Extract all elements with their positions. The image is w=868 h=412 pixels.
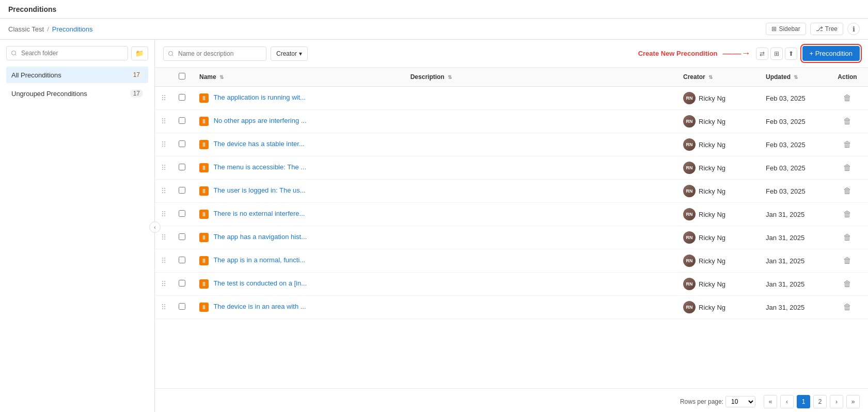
delete-button[interactable]: 🗑 xyxy=(843,186,851,196)
row-checkbox-4[interactable] xyxy=(179,187,185,194)
rows-per-page-select[interactable]: 10 25 50 xyxy=(725,396,755,407)
description-column-header[interactable]: Description ⇅ xyxy=(404,68,677,87)
drag-handle[interactable]: ⠿ xyxy=(155,249,172,273)
sidebar-view-button[interactable]: ⊞ Sidebar xyxy=(766,23,806,35)
creator-sort-icon: ⇅ xyxy=(708,74,713,80)
breadcrumb-parent[interactable]: Classic Test xyxy=(8,25,44,33)
updated-cell: Jan 31, 2025 xyxy=(760,226,827,249)
precondition-type-icon: II xyxy=(199,303,209,312)
action-cell: 🗑 xyxy=(827,156,868,180)
row-checkbox-6[interactable] xyxy=(179,233,185,240)
view-icons-group: ⇄ ⊞ ⬆ xyxy=(756,47,797,60)
precondition-name-link[interactable]: There is no external interfere... xyxy=(213,210,305,217)
updated-cell: Jan 31, 2025 xyxy=(760,273,827,296)
action-cell: 🗑 xyxy=(827,110,868,133)
description-cell xyxy=(404,87,677,110)
drag-handle[interactable]: ⠿ xyxy=(155,273,172,296)
precondition-type-icon: II xyxy=(199,163,209,172)
delete-button[interactable]: 🗑 xyxy=(843,93,851,103)
next-page-button[interactable]: › xyxy=(830,395,843,408)
row-checkbox-5[interactable] xyxy=(179,210,185,217)
action-cell: 🗑 xyxy=(827,296,868,319)
table-row: ⠿ II The application is running wit... R… xyxy=(155,87,868,110)
collapse-sidebar-button[interactable]: ‹ xyxy=(149,221,161,233)
select-all-checkbox[interactable] xyxy=(179,73,185,80)
updated-cell: Jan 31, 2025 xyxy=(760,296,827,319)
delete-button[interactable]: 🗑 xyxy=(843,163,851,172)
delete-button[interactable]: 🗑 xyxy=(843,233,851,242)
sidebar-item-ungrouped[interactable]: Ungrouped Preconditions 17 xyxy=(6,85,148,102)
precondition-name-link[interactable]: The device has a stable inter... xyxy=(213,140,304,148)
page-2-button[interactable]: 2 xyxy=(813,395,827,408)
prev-page-button[interactable]: ‹ xyxy=(780,395,794,408)
precondition-name-link[interactable]: The test is conducted on a [in... xyxy=(213,279,307,287)
delete-button[interactable]: 🗑 xyxy=(843,210,851,219)
delete-button[interactable]: 🗑 xyxy=(843,256,851,265)
row-checkbox-cell xyxy=(172,110,193,133)
description-cell xyxy=(404,156,677,180)
precondition-name-link[interactable]: The app is in a normal, functi... xyxy=(213,256,305,264)
precondition-name-link[interactable]: The app has a navigation hist... xyxy=(213,233,307,241)
precondition-name-link[interactable]: The menu is accessible: The ... xyxy=(213,163,306,171)
folder-icon-button[interactable]: 📁 xyxy=(131,46,148,60)
precondition-name-link[interactable]: No other apps are interfering ... xyxy=(214,117,307,124)
top-bar: Preconditions xyxy=(0,0,868,19)
row-checkbox-0[interactable] xyxy=(179,94,185,101)
export-icon-button[interactable]: ⬆ xyxy=(785,47,797,60)
delete-button[interactable]: 🗑 xyxy=(843,279,851,289)
avatar: RN xyxy=(683,138,696,151)
row-checkbox-8[interactable] xyxy=(179,280,185,287)
name-cell: II The device has a stable inter... xyxy=(193,133,404,156)
first-page-button[interactable]: « xyxy=(764,395,777,408)
delete-button[interactable]: 🗑 xyxy=(843,303,851,312)
creator-cell: RN Ricky Ng xyxy=(677,133,760,156)
creator-name: Ricky Ng xyxy=(699,280,725,288)
avatar: RN xyxy=(683,208,696,220)
precondition-name-link[interactable]: The device is in an area with ... xyxy=(213,303,306,310)
updated-column-header[interactable]: Updated ⇅ xyxy=(760,68,827,87)
breadcrumb-bar: Classic Test / Preconditions ⊞ Sidebar ⎇… xyxy=(0,19,868,40)
action-cell: 🗑 xyxy=(827,180,868,203)
row-checkbox-7[interactable] xyxy=(179,257,185,263)
drag-handle[interactable]: ⠿ xyxy=(155,110,172,133)
creator-column-header[interactable]: Creator ⇅ xyxy=(677,68,760,87)
delete-button[interactable]: 🗑 xyxy=(843,140,851,149)
drag-handle[interactable]: ⠿ xyxy=(155,296,172,319)
drag-handle[interactable]: ⠿ xyxy=(155,156,172,180)
creator-name: Ricky Ng xyxy=(699,164,725,172)
precondition-type-icon: II xyxy=(199,117,209,126)
tree-label: Tree xyxy=(825,25,838,33)
drag-handle[interactable]: ⠿ xyxy=(155,180,172,203)
search-folder-input[interactable] xyxy=(6,46,128,60)
content-area: Creator ▾ Create New Precondition ——→ ⇄ … xyxy=(155,40,868,412)
info-button[interactable]: ℹ xyxy=(847,23,860,35)
drag-handle[interactable]: ⠿ xyxy=(155,133,172,156)
name-sort-icon: ⇅ xyxy=(219,74,224,80)
creator-filter-button[interactable]: Creator ▾ xyxy=(271,46,308,61)
sidebar-item-all-preconditions[interactable]: All Preconditions 17 xyxy=(6,67,148,83)
creator-name: Ricky Ng xyxy=(699,141,725,149)
creator-cell: RN Ricky Ng xyxy=(677,156,760,180)
delete-button[interactable]: 🗑 xyxy=(843,117,851,126)
row-checkbox-cell xyxy=(172,156,193,180)
last-page-button[interactable]: » xyxy=(846,395,860,408)
precondition-name-link[interactable]: The user is logged in: The us... xyxy=(213,186,305,194)
precondition-name-link[interactable]: The application is running wit... xyxy=(213,93,305,101)
grid-icon-button[interactable]: ⊞ xyxy=(770,47,783,60)
sync-icon-button[interactable]: ⇄ xyxy=(756,47,768,60)
page-1-button[interactable]: 1 xyxy=(797,395,810,408)
search-name-input[interactable] xyxy=(163,46,266,61)
row-checkbox-1[interactable] xyxy=(179,117,185,124)
row-checkbox-9[interactable] xyxy=(179,303,185,310)
add-precondition-button[interactable]: + Precondition xyxy=(802,46,860,61)
drag-handle[interactable]: ⠿ xyxy=(155,87,172,110)
row-checkbox-3[interactable] xyxy=(179,164,185,170)
tree-view-button[interactable]: ⎇ Tree xyxy=(810,23,843,35)
action-cell: 🗑 xyxy=(827,273,868,296)
name-column-header[interactable]: Name ⇅ xyxy=(193,68,404,87)
table-row: ⠿ II The menu is accessible: The ... RN … xyxy=(155,156,868,180)
row-checkbox-2[interactable] xyxy=(179,140,185,147)
row-checkbox-cell xyxy=(172,87,193,110)
creator-cell: RN Ricky Ng xyxy=(677,203,760,226)
preconditions-table-wrap: Name ⇅ Description ⇅ Creator ⇅ Updated ⇅… xyxy=(155,68,868,388)
